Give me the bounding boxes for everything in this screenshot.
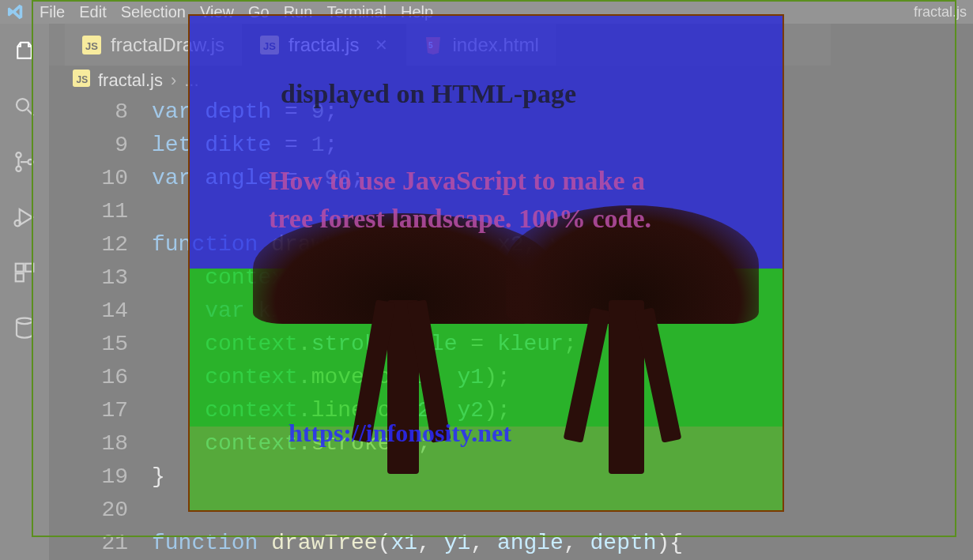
overlay-url: https://infonosity.net <box>289 419 511 448</box>
menu-file[interactable]: File <box>40 3 65 21</box>
line-number: 12 <box>49 228 128 261</box>
svg-text:JS: JS <box>77 74 89 85</box>
line-number: 13 <box>49 261 128 295</box>
run-debug-icon[interactable] <box>11 204 38 231</box>
svg-line-1 <box>28 110 34 116</box>
svg-text:JS: JS <box>85 40 98 52</box>
breadcrumb-file: fractal.js <box>98 70 163 91</box>
source-control-icon[interactable] <box>11 148 38 175</box>
line-number: 16 <box>49 361 128 394</box>
svg-point-10 <box>17 318 32 325</box>
js-file-icon: JS <box>73 70 90 92</box>
vscode-logo-icon <box>6 2 25 21</box>
line-number: 20 <box>49 494 128 527</box>
svg-point-3 <box>16 167 21 171</box>
line-number: 11 <box>49 195 128 228</box>
svg-rect-9 <box>16 273 24 281</box>
line-number: 17 <box>49 394 128 427</box>
search-icon[interactable] <box>11 93 38 120</box>
svg-rect-7 <box>16 264 24 272</box>
line-number: 18 <box>49 427 128 460</box>
menu-edit[interactable]: Edit <box>79 3 106 21</box>
line-number: 10 <box>49 162 128 195</box>
svg-point-0 <box>17 99 28 111</box>
explorer-icon[interactable] <box>11 38 38 65</box>
database-icon[interactable] <box>11 314 38 341</box>
svg-rect-8 <box>25 264 33 272</box>
extensions-icon[interactable] <box>11 259 38 286</box>
overlay-title: How to use JavaScript to make a tree for… <box>269 162 664 237</box>
overlay-caption-top: displayed on HTML-page <box>281 79 576 109</box>
svg-marker-5 <box>20 209 32 225</box>
line-number: 9 <box>49 129 128 162</box>
titlebar-filename: fractal.js <box>914 4 967 21</box>
line-number: 15 <box>49 328 128 361</box>
js-file-icon: JS <box>82 36 101 54</box>
minimap-area[interactable] <box>831 24 973 560</box>
svg-point-2 <box>16 152 21 157</box>
line-gutter: 89101112131415161718192021 <box>49 96 152 560</box>
chevron-right-icon: › <box>171 70 176 91</box>
code-line[interactable]: function drawTree(x1, y1, angle, depth){ <box>152 527 831 560</box>
activity-bar <box>0 24 49 560</box>
line-number: 8 <box>49 96 128 129</box>
svg-point-4 <box>28 160 32 164</box>
line-number: 14 <box>49 295 128 328</box>
line-number: 19 <box>49 460 128 494</box>
line-number: 21 <box>49 527 128 560</box>
menu-selection[interactable]: Selection <box>121 3 186 21</box>
